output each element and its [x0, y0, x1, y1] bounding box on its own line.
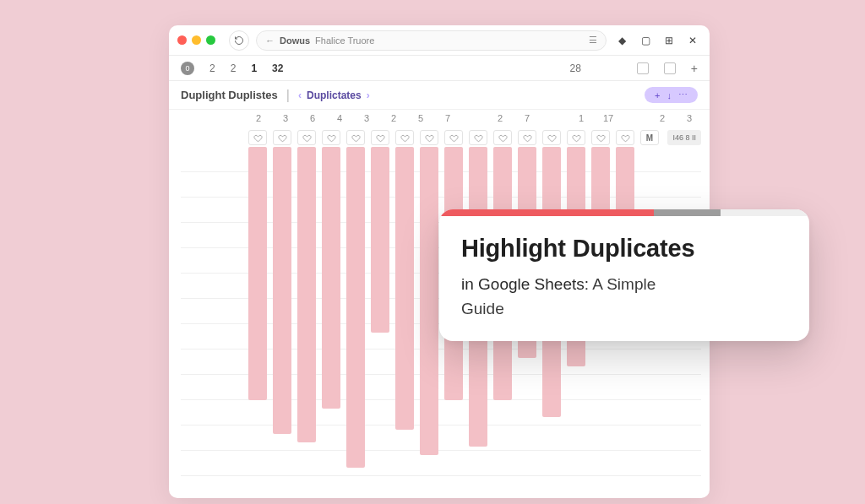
- header-num: 7: [519, 113, 536, 123]
- header-num: 4: [331, 113, 348, 123]
- column-marker-m[interactable]: M: [640, 130, 659, 145]
- column-marker[interactable]: [420, 130, 438, 145]
- overlay-body: Highlight Duplicates in Google Sheets: A…: [439, 216, 809, 341]
- column-marker[interactable]: [322, 130, 340, 145]
- column-marker[interactable]: [493, 130, 512, 145]
- header-num: 2: [654, 113, 671, 123]
- bookmark-icon[interactable]: ▢: [637, 32, 654, 49]
- header-num: 2: [492, 113, 509, 123]
- column-marker[interactable]: [346, 130, 365, 145]
- address-bar[interactable]: ← Dowus Fhalice Truore ☰: [256, 30, 607, 51]
- bar: [297, 147, 316, 442]
- titlebar: ← Dowus Fhalice Truore ☰ ◆ ▢ ⊞ ✕: [169, 25, 710, 56]
- tab-num[interactable]: 32: [272, 62, 283, 74]
- header-num: 6: [304, 113, 321, 123]
- back-icon[interactable]: ←: [265, 35, 275, 46]
- header-num: 1: [573, 113, 590, 123]
- overlay-card: Highlight Duplicates in Google Sheets: A…: [439, 209, 809, 341]
- header-num: [627, 113, 644, 123]
- bar-column: [420, 147, 438, 455]
- column-marker[interactable]: [371, 130, 389, 145]
- bar-column: [248, 147, 267, 400]
- header-numbers: 236432572711723: [169, 110, 710, 125]
- bar: [346, 147, 365, 468]
- overlay-subtitle: in Google Sheets: A Simple Guide: [461, 273, 787, 321]
- marker-row: M: [177, 130, 701, 145]
- column-marker[interactable]: [616, 130, 634, 145]
- overlay-accent: [439, 209, 809, 216]
- right-badge: I46 8 II: [667, 130, 701, 145]
- overlay-sub-c: Guide: [461, 300, 504, 317]
- add-icon: +: [655, 90, 660, 100]
- maximize-icon[interactable]: [206, 35, 215, 45]
- overlay-sub-a: in Google Sheets:: [461, 275, 589, 293]
- bar: [322, 147, 340, 409]
- tabs-bar: 0 2 2 1 32 28 +: [169, 56, 710, 81]
- column-marker[interactable]: [444, 130, 463, 145]
- column-marker[interactable]: [469, 130, 487, 145]
- bar: [248, 147, 267, 400]
- reader-icon[interactable]: ☰: [589, 35, 597, 46]
- breadcrumb-item-2[interactable]: ‹ Duplictates ›: [298, 89, 370, 101]
- overlay-title: Highlight Duplicates: [461, 235, 787, 263]
- column-marker[interactable]: [395, 130, 414, 145]
- header-num: 3: [277, 113, 294, 123]
- column-marker[interactable]: [248, 130, 267, 145]
- more-icon: ⋯: [678, 89, 688, 100]
- header-num: 2: [385, 113, 402, 123]
- shield-icon[interactable]: ◆: [613, 32, 630, 49]
- window-icon[interactable]: ⊞: [661, 32, 677, 49]
- header-num: 3: [681, 113, 698, 123]
- tab-num-right: 28: [569, 62, 580, 74]
- bar: [371, 147, 389, 333]
- bar-column: [273, 147, 291, 434]
- tab-button-2[interactable]: [664, 62, 676, 74]
- tab-button-1[interactable]: [637, 62, 649, 74]
- breadcrumb-item-1[interactable]: Duplight Duplistes: [181, 89, 278, 101]
- overlay-sub-b: A Simple: [589, 275, 656, 293]
- breadcrumb-item-2-label: Duplictates: [307, 89, 362, 101]
- header-num: 3: [358, 113, 375, 123]
- column-marker[interactable]: [542, 130, 561, 145]
- minimize-icon[interactable]: [192, 35, 201, 45]
- breadcrumb: Duplight Duplistes | ‹ Duplictates › + ↓…: [169, 81, 710, 110]
- bar-column: [371, 147, 389, 333]
- extension-icon[interactable]: ✕: [684, 32, 701, 49]
- new-tab-button[interactable]: +: [691, 62, 698, 75]
- bar: [395, 147, 414, 430]
- column-marker[interactable]: [518, 130, 536, 145]
- tab-num[interactable]: 2: [231, 62, 237, 74]
- header-num: 2: [250, 113, 267, 123]
- header-num: 5: [412, 113, 429, 123]
- column-marker[interactable]: [567, 130, 585, 145]
- tab-num[interactable]: 1: [251, 62, 257, 74]
- bar-column: [346, 147, 365, 468]
- bar: [273, 147, 291, 434]
- bar: [420, 147, 438, 455]
- chevron-left-icon: ‹: [298, 89, 302, 101]
- column-marker[interactable]: [591, 130, 610, 145]
- chevron-right-icon: ›: [367, 89, 370, 101]
- header-num: 7: [439, 113, 456, 123]
- column-marker[interactable]: [297, 130, 316, 145]
- download-icon: ↓: [667, 90, 672, 100]
- bar-column: [297, 147, 316, 442]
- header-num: [546, 113, 563, 123]
- bar-column: [395, 147, 414, 430]
- action-pill[interactable]: + ↓ ⋯: [645, 87, 698, 103]
- close-icon[interactable]: [177, 35, 187, 45]
- tab-num[interactable]: 2: [209, 62, 215, 74]
- breadcrumb-sep: |: [286, 88, 290, 103]
- address-text: Fhalice Truore: [315, 35, 374, 46]
- bar-column: [322, 147, 340, 409]
- tab-badge[interactable]: 0: [181, 62, 194, 75]
- refresh-button[interactable]: [229, 30, 249, 51]
- column-marker[interactable]: [273, 130, 291, 145]
- header-num: 17: [600, 113, 617, 123]
- address-lead: Dowus: [280, 35, 310, 46]
- traffic-lights: [177, 35, 215, 45]
